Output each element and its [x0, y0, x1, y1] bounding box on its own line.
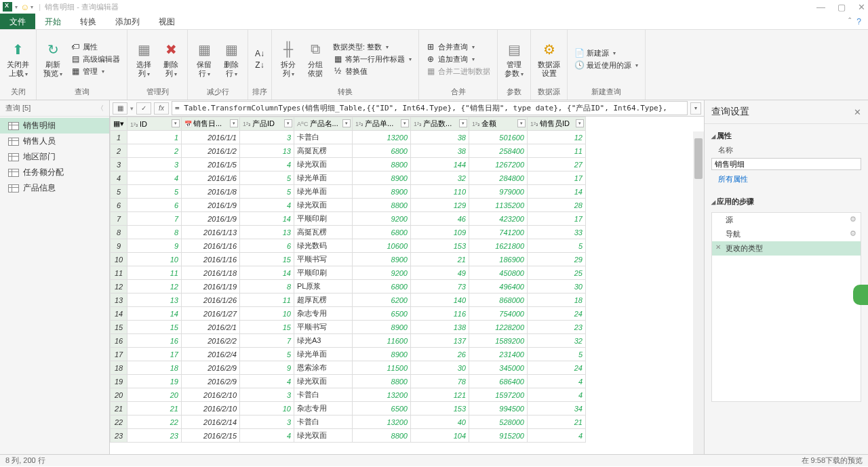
manage-params-button[interactable]: ▤ 管理 参数: [502, 39, 526, 79]
column-filter-icon[interactable]: ▾: [459, 119, 467, 127]
applied-step[interactable]: 源⚙: [712, 213, 861, 227]
column-filter-icon[interactable]: ▾: [517, 119, 526, 127]
table-row[interactable]: 112016/1/13卡普白132003850160012: [111, 131, 586, 144]
fx-button[interactable]: fx: [154, 102, 169, 115]
table-row[interactable]: 662016/1/94绿光双面8800129113520028: [111, 199, 586, 212]
column-header[interactable]: 1²₃产品单...▾: [353, 117, 411, 131]
sort-desc-button[interactable]: Z↓: [252, 60, 267, 70]
close-load-button[interactable]: ⬆ 关闭并 上载: [4, 39, 32, 79]
table-row[interactable]: 13132016/1/2611超厚瓦楞620014086800018: [111, 293, 586, 307]
close-settings-icon[interactable]: ✕: [854, 107, 861, 117]
settings-header-label: 查询设置: [711, 106, 749, 118]
all-properties-link[interactable]: 所有属性: [711, 173, 861, 186]
query-name-input[interactable]: [711, 158, 861, 170]
column-header[interactable]: 1²₃产品ID▾: [240, 117, 294, 131]
column-header[interactable]: 1²₃金额▾: [469, 117, 528, 131]
help-icon[interactable]: ?: [856, 17, 861, 26]
advanced-editor-button[interactable]: ▤高级编辑器: [68, 54, 123, 65]
vertical-scrollbar[interactable]: [693, 131, 704, 454]
applied-steps-title[interactable]: 应用的步骤: [711, 194, 861, 209]
table-row[interactable]: 20202016/2/103卡普白1320012115972004: [111, 388, 586, 402]
recent-sources-button[interactable]: 🕓最近使用的源: [572, 60, 641, 71]
keep-rows-button[interactable]: 保留 行: [192, 39, 216, 79]
table-row[interactable]: 22222016/2/143卡普白132004052800021: [111, 415, 586, 429]
column-filter-icon[interactable]: ▾: [230, 119, 238, 127]
table-row[interactable]: 16162016/2/27绿光A311600137158920032: [111, 334, 586, 348]
gear-icon[interactable]: ⚙: [850, 229, 856, 238]
remove-columns-button[interactable]: ✖ 删除 列: [159, 39, 183, 79]
query-item[interactable]: 地区部门: [0, 149, 109, 165]
formula-dropdown[interactable]: ▾: [690, 102, 701, 115]
merge-queries-button[interactable]: ⊞合并查询: [423, 41, 493, 53]
query-item[interactable]: 销售人员: [0, 134, 109, 149]
smiley-icon[interactable]: ☺: [20, 2, 29, 12]
query-item[interactable]: 销售明细: [0, 118, 109, 134]
tab-home[interactable]: 开始: [35, 14, 71, 29]
new-source-button[interactable]: 📄新建源: [572, 47, 641, 59]
refresh-preview-button[interactable]: ↻ 刷新 预览: [41, 39, 65, 79]
table-row[interactable]: 992016/1/166绿光数码1060015316218005: [111, 239, 586, 253]
table-row[interactable]: 23232016/2/154绿光双面88001049152004: [111, 429, 586, 443]
table-icon[interactable]: ▦: [113, 102, 127, 115]
table-row[interactable]: 19192016/2/94绿光双面8800786864004: [111, 375, 586, 388]
table-row[interactable]: 11112016/1/1814平顺印刷92004945080025: [111, 266, 586, 280]
floating-badge[interactable]: [853, 285, 868, 305]
table-row[interactable]: 552016/1/85绿光单面890011097900014: [111, 185, 586, 199]
select-all-corner[interactable]: ▦▾: [111, 117, 127, 131]
split-column-button[interactable]: ╫ 拆分 列: [276, 39, 300, 79]
formula-input[interactable]: = Table.TransformColumnTypes(销售明细_Table,…: [172, 101, 688, 115]
query-settings-pane: 查询设置 ✕ 属性 名称 所有属性 应用的步骤 源⚙导航⚙更改的类型: [704, 100, 868, 454]
table-row[interactable]: 222016/1/213高挺瓦楞68003825840011: [111, 144, 586, 158]
tab-file[interactable]: 文件: [0, 14, 35, 29]
properties-button[interactable]: 🏷属性: [68, 41, 123, 53]
table-row[interactable]: 15152016/2/115平顺书写8900138122820023: [111, 321, 586, 334]
sort-asc-button[interactable]: A↓: [252, 48, 267, 59]
replace-values-button[interactable]: ½替换值: [330, 66, 414, 77]
column-header[interactable]: 1²₃销售员ID▾: [528, 117, 586, 131]
tab-transform[interactable]: 转换: [71, 14, 106, 29]
applied-step[interactable]: 导航⚙: [712, 227, 861, 241]
gear-icon[interactable]: ⚙: [850, 215, 856, 224]
column-header[interactable]: 1²₃ID▾: [127, 117, 182, 131]
column-filter-icon[interactable]: ▾: [342, 119, 351, 127]
table-row[interactable]: 18182016/2/99恩索涂布115003034500024: [111, 361, 586, 375]
data-source-settings-button[interactable]: ⚙ 数据源 设置: [535, 39, 563, 79]
data-grid[interactable]: ▦▾1²₃ID▾📅销售日...▾1²₃产品ID▾AᴮC产品名...▾1²₃产品单…: [110, 117, 704, 454]
table-row[interactable]: 12122016/1/198PL原浆68007349640030: [111, 280, 586, 293]
table-row[interactable]: 442016/1/65绿光单面89003228480017: [111, 171, 586, 185]
column-filter-icon[interactable]: ▾: [576, 119, 584, 127]
close-button[interactable]: ✕: [858, 2, 865, 12]
table-row[interactable]: 14142016/1/2710杂志专用650011675400024: [111, 307, 586, 321]
column-filter-icon[interactable]: ▾: [284, 119, 292, 127]
data-type-button[interactable]: 数据类型: 整数: [330, 41, 414, 53]
column-filter-icon[interactable]: ▾: [401, 119, 409, 127]
table-row[interactable]: 17172016/2/45绿光单面8900262314005: [111, 348, 586, 361]
collapse-queries-icon[interactable]: 〈: [97, 104, 104, 113]
column-filter-icon[interactable]: ▾: [172, 119, 180, 127]
remove-rows-button[interactable]: 删除 行: [219, 39, 243, 79]
tab-addcolumn[interactable]: 添加列: [106, 14, 149, 29]
column-header[interactable]: 1²₃产品数...▾: [411, 117, 469, 131]
table-row[interactable]: 882016/1/1313高挺瓦楞680010974120033: [111, 226, 586, 239]
collapse-ribbon-icon[interactable]: ˆ: [848, 17, 851, 26]
applied-step[interactable]: 更改的类型: [712, 241, 861, 256]
query-item[interactable]: 任务额分配: [0, 165, 109, 180]
manage-button[interactable]: ▦管理: [68, 66, 123, 77]
table-row[interactable]: 772016/1/914平顺印刷92004642320017: [111, 212, 586, 226]
choose-columns-button[interactable]: 选择 列: [132, 39, 156, 79]
column-header[interactable]: AᴮC产品名...▾: [294, 117, 353, 131]
query-item[interactable]: 产品信息: [0, 180, 109, 196]
table-row[interactable]: 10102016/1/1615平顺书写89002118690029: [111, 253, 586, 266]
table-row[interactable]: 21212016/2/1010杂志专用650015399450034: [111, 402, 586, 415]
append-queries-button[interactable]: ⊕追加查询: [423, 54, 493, 65]
name-label: 名称: [711, 144, 861, 157]
properties-section-title[interactable]: 属性: [711, 128, 861, 144]
maximize-button[interactable]: ▢: [837, 2, 846, 12]
group-by-button[interactable]: ⧉ 分组 依据: [303, 39, 328, 79]
check-button[interactable]: ✓: [136, 102, 151, 115]
table-row[interactable]: 332016/1/54绿光双面8800144126720027: [111, 158, 586, 171]
first-row-header-button[interactable]: ▦将第一行用作标题: [330, 54, 414, 65]
tab-view[interactable]: 视图: [149, 14, 184, 29]
minimize-button[interactable]: —: [816, 2, 825, 12]
column-header[interactable]: 📅销售日...▾: [182, 117, 240, 131]
